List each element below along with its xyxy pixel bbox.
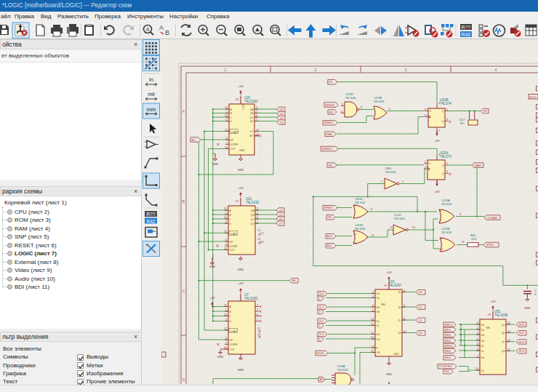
svg-text:V7: V7 <box>279 222 284 225</box>
svg-text:14: 14 <box>224 346 227 349</box>
svg-text:6: 6 <box>257 313 258 316</box>
svg-text:10: 10 <box>224 216 227 219</box>
svg-text:Q: Q <box>442 110 444 113</box>
svg-text:+5V: +5V <box>238 281 244 285</box>
svg-text:15: 15 <box>224 207 227 210</box>
svg-text:3: 3 <box>459 213 461 216</box>
svg-text:BO: BO <box>250 135 254 137</box>
svg-text:GND: GND <box>393 353 399 356</box>
svg-text:5: 5 <box>477 348 478 351</box>
svg-text:74LS04: 74LS04 <box>393 217 405 220</box>
svg-text:CO: CO <box>249 130 253 133</box>
svg-text:6: 6 <box>257 216 258 219</box>
svg-text:10: 10 <box>340 111 343 113</box>
svg-text:UP: UP <box>230 139 234 142</box>
svg-text:Zd: Zd <box>398 332 401 335</box>
svg-text:74LS32: 74LS32 <box>441 231 452 234</box>
svg-text:U20: U20 <box>244 96 251 100</box>
svg-text:2: 2 <box>256 111 257 113</box>
svg-text:A: A <box>182 109 185 113</box>
svg-text:R??: R?? <box>147 212 156 217</box>
svg-text:I1b: I1b <box>377 311 380 313</box>
svg-text:CLR: CLR <box>230 148 236 151</box>
svg-text:I0a: I0a <box>377 292 380 295</box>
svg-text:16: 16 <box>236 200 238 203</box>
svg-text:74LS192: 74LS192 <box>246 201 260 204</box>
svg-text:3: 3 <box>257 304 258 307</box>
svg-text:13: 13 <box>256 133 259 136</box>
svg-text:CLR: CLR <box>230 348 235 351</box>
svg-text:74LS32: 74LS32 <box>354 227 366 231</box>
svg-text:RAS: RAS <box>326 132 333 136</box>
svg-text:SEL: SEL <box>486 327 491 329</box>
svg-text:D3: D3 <box>419 331 423 335</box>
svg-text:13: 13 <box>440 248 443 251</box>
svg-text:I0b: I0b <box>377 306 380 309</box>
svg-text:15: 15 <box>225 106 228 109</box>
svg-text:SEL: SEL <box>381 303 386 306</box>
svg-text:7: 7 <box>257 319 258 321</box>
svg-text:MD2: MD2 <box>445 356 451 359</box>
svg-text:GND: GND <box>238 268 244 271</box>
svg-text:74LS74: 74LS74 <box>440 155 451 159</box>
svg-text:3: 3 <box>425 166 426 169</box>
svg-text:10: 10 <box>412 226 415 229</box>
svg-text:D1: D1 <box>419 319 423 322</box>
svg-text:2: 2 <box>402 180 404 183</box>
svg-text:GND: GND <box>238 168 244 172</box>
svg-text:RD01: RD01 <box>317 351 325 355</box>
svg-text:4: 4 <box>226 142 228 145</box>
svg-text:3: 3 <box>534 292 537 296</box>
svg-text:I0d: I0d <box>377 333 380 336</box>
svg-text:BO: BO <box>260 241 264 244</box>
svg-text:74LS299: 74LS299 <box>494 313 508 317</box>
svg-text:12: 12 <box>440 237 443 240</box>
svg-text:I1a: I1a <box>481 329 485 332</box>
svg-text:5: 5 <box>225 239 227 241</box>
svg-text:U21: U21 <box>246 197 252 201</box>
svg-text:3: 3 <box>256 106 257 109</box>
svg-text:mm: mm <box>147 106 156 113</box>
svg-text:2: 2 <box>257 212 258 215</box>
svg-text:Qb: Qb <box>502 332 505 335</box>
svg-text:CO: CO <box>260 232 265 235</box>
svg-text:VL3: VL3 <box>319 332 325 336</box>
svg-text:MRD1: MRD1 <box>445 323 454 327</box>
svg-text:74LS192: 74LS192 <box>244 100 258 103</box>
svg-text:74LS257: 74LS257 <box>388 284 402 287</box>
svg-text:Zb: Zb <box>398 306 401 309</box>
svg-text:3: 3 <box>372 295 374 298</box>
svg-text:WREG: WREG <box>324 121 334 124</box>
svg-text:7: 7 <box>477 355 478 358</box>
svg-text:I1b: I1b <box>481 340 485 343</box>
svg-text:9: 9 <box>225 220 227 223</box>
svg-text:DOWN: DOWN <box>230 245 238 248</box>
svg-text:QD: QD <box>250 223 254 225</box>
svg-text:2: 2 <box>440 220 441 223</box>
svg-text:MD6: MD6 <box>445 333 451 337</box>
svg-text:R1: R1 <box>329 80 333 84</box>
svg-text:13: 13 <box>353 242 356 245</box>
svg-text:20: 20 <box>488 313 491 316</box>
svg-text:13: 13 <box>507 339 510 342</box>
svg-text:QD: QD <box>249 120 254 123</box>
svg-text:V4: V4 <box>279 209 284 212</box>
svg-text:QA: QA <box>250 108 254 111</box>
svg-text:C: C <box>182 289 185 293</box>
svg-text:RD: RD <box>329 111 334 114</box>
svg-text:4: 4 <box>225 243 227 246</box>
svg-text:1: 1 <box>477 337 478 340</box>
svg-text:VL0: VL0 <box>319 292 325 295</box>
svg-text:DOWN: DOWN <box>230 343 238 346</box>
svg-text:11: 11 <box>462 241 465 244</box>
svg-text:CLR: CLR <box>230 249 235 252</box>
svg-text:9: 9 <box>355 204 356 207</box>
svg-text:9: 9 <box>342 103 343 106</box>
svg-text:POINTER: POINTER <box>439 364 452 368</box>
svg-text:9: 9 <box>404 317 405 320</box>
svg-text:WAIT: WAIT <box>475 164 483 167</box>
svg-text:U52: U52 <box>494 310 501 313</box>
svg-text:12: 12 <box>404 330 406 333</box>
svg-text:5: 5 <box>226 137 228 140</box>
svg-text:10: 10 <box>224 313 227 316</box>
